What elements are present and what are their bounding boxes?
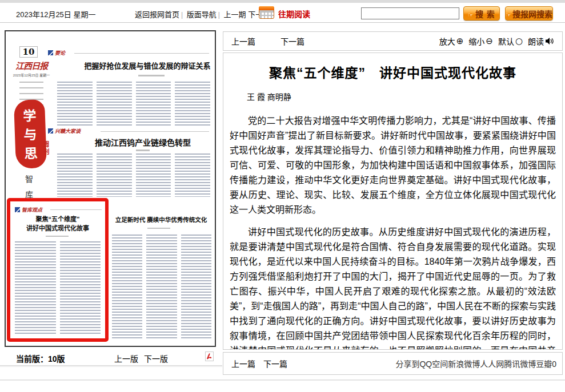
nav-link-home[interactable]: 返回报网首页 (135, 10, 179, 19)
prev-page-link[interactable]: 上一版 (114, 354, 138, 363)
weekly-label: 周刊 (41, 141, 50, 156)
search-input[interactable] (361, 7, 459, 19)
calendar-icon[interactable] (259, 6, 274, 19)
article-authors: 王 霞 商明静 (247, 91, 562, 102)
search-button[interactable]: ☞搜 索 (463, 6, 500, 21)
site-search-button[interactable]: ☞搜报网搜索 (505, 6, 553, 21)
nav-separator: | (218, 11, 220, 19)
next-page-link[interactable]: 下一版 (144, 354, 168, 363)
article3-text-columns (15, 241, 101, 334)
hand-icon: ☞ (506, 11, 511, 18)
reader-footer: 上一篇下一篇 分享到QQ空间新浪微博人人网腾讯微博豆瓣0 (223, 352, 563, 375)
zoom-out-button[interactable]: 缩小⊖ (468, 35, 493, 47)
article-panel: 聚焦“五个维度” 讲好中国式现代化故事 王 霞 商明静 党的二十大报告对增强中华… (223, 52, 563, 350)
article1-text-columns (57, 82, 210, 126)
page-nav-bar: 当前版：10版 上一版下一版 (0, 350, 223, 365)
newspaper-page-thumbnail[interactable]: 10 江西日报 2023年12月25日 星期一 学与思 周刊 智库 要论 把握好… (5, 30, 216, 347)
current-page-value: 10版 (48, 354, 65, 363)
paper-issue-date: 2023年12月25日 星期一 (7, 72, 56, 78)
section-logo-yaolun: 要论 (48, 49, 65, 56)
top-nav: 返回报网首页| 版面导航| 上一期 下一期| (135, 9, 275, 19)
newspaper-masthead: 江西日报 (11, 59, 51, 71)
article4-text-columns (112, 235, 211, 340)
section-icon (48, 128, 53, 134)
article-paragraph: 党的二十大报告对增强中华文明传播力影响力，尤其是“讲好中国故事、传播好中国好声音… (230, 114, 556, 217)
section-rule (74, 53, 209, 54)
nav-link-layout-nav[interactable]: 版面导航 (187, 10, 217, 19)
share-links[interactable]: 分享到QQ空间新浪微博人人网腾讯微博豆瓣0 (395, 358, 556, 369)
article2-author-placeholder (136, 149, 150, 151)
next-article-link[interactable]: 下一篇 (281, 35, 304, 47)
article3-headline-line2: 讲好中国式现代化故事 (13, 223, 103, 232)
article-paragraph: 讲好中国式现代化的历史故事。从历史维度讲好中国式现代化的演进历程，就是要讲清楚中… (230, 225, 556, 350)
archive-reading-link[interactable]: 往期阅读 (278, 8, 310, 19)
nav-separator: | (181, 11, 183, 19)
top-bar: 2023年12月25日 星期一 返回报网首页| 版面导航| 上一期 下一期| 往… (0, 3, 565, 23)
speaker-icon (545, 37, 554, 45)
default-size-icon: ○ (515, 37, 523, 46)
nav-link-prev-issue[interactable]: 上一期 (224, 10, 246, 19)
footer-prev-article-link[interactable]: 上一篇 (231, 359, 255, 369)
page-number: 10 (19, 46, 38, 58)
section-rule (50, 209, 102, 210)
newspaper-page: 10 江西日报 2023年12月25日 星期一 学与思 周刊 智库 要论 把握好… (6, 31, 215, 346)
article-body: 党的二十大报告对增强中华文明传播力影响力，尤其是“讲好中国故事、传播好中国好声音… (230, 114, 556, 350)
prev-article-link[interactable]: 上一篇 (231, 35, 255, 47)
section-logo-xinggan: 兴赣大家谈 (48, 127, 81, 135)
article1-headline: 把握好抢位发展与错位发展的辩证关系 (81, 60, 214, 71)
read-aloud-button[interactable]: 朗读 (528, 35, 554, 47)
pdf-icon[interactable] (205, 351, 214, 363)
weekly-seal: 学与思 (14, 99, 47, 169)
article4-headline: 立足新时代 赓续中华优秀传统文化 (111, 215, 211, 224)
default-size-button[interactable]: 默认○ (498, 35, 523, 47)
article-title: 聚焦“五个维度” 讲好中国式现代化故事 (228, 62, 558, 82)
section-icon (48, 50, 53, 55)
zoom-out-icon: ⊖ (486, 37, 493, 46)
article3-author-placeholder (46, 236, 69, 237)
divider-line (0, 365, 222, 367)
article3-headline-line1: 聚焦“五个维度” (13, 214, 103, 223)
article1-author-placeholder (138, 75, 165, 76)
highlighted-article-region[interactable]: 智库观点 聚焦“五个维度” 讲好中国式现代化故事 (7, 198, 109, 342)
article2-text-columns (57, 153, 210, 197)
zoom-in-button[interactable]: 放大⊕ (439, 35, 464, 47)
issue-date-label: 2023年12月25日 星期一 (16, 9, 95, 19)
section-rule (101, 131, 209, 132)
zoom-in-icon: ⊕ (456, 37, 464, 46)
hand-icon: ☞ (468, 11, 474, 18)
article2-headline: 推动江西钨产业链绿色转型 (77, 136, 209, 148)
section-icon (15, 207, 20, 212)
section-logo-zhiku: 智库观点 (15, 206, 42, 213)
reader-toolbar: 上一篇 下一篇 放大⊕ 缩小⊖ 默认○ 朗读 (223, 31, 563, 51)
footer-next-article-link[interactable]: 下一篇 (263, 359, 287, 369)
article4-author-placeholder (147, 228, 170, 229)
divider-line (0, 379, 565, 381)
current-page-indicator: 当前版：10版 (16, 353, 65, 364)
